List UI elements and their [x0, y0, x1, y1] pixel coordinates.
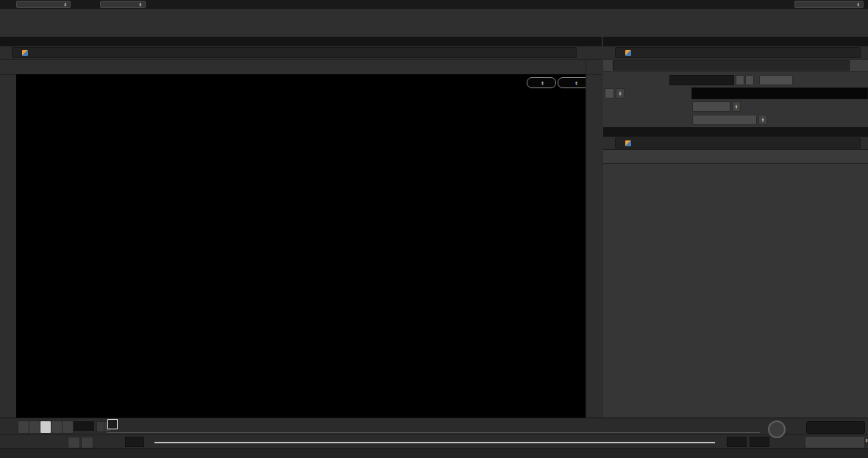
group-type-stepper[interactable] — [732, 101, 741, 112]
desktop-selector[interactable] — [16, 1, 71, 8]
wire-sphere-render — [16, 74, 586, 418]
viewport-right-toolbar — [586, 60, 602, 418]
playbar — [0, 418, 868, 435]
scene-viewport-pane — [0, 60, 602, 418]
delete-group-button[interactable] — [605, 88, 614, 99]
playback-range-bar — [0, 434, 868, 449]
shelf-left-tabs — [0, 9, 407, 18]
stepper-icon — [761, 118, 764, 122]
houdini-window — [0, 0, 868, 458]
pane-tabs-left — [0, 37, 602, 46]
range-slider-track[interactable] — [154, 442, 715, 443]
scene-selector[interactable] — [100, 1, 146, 8]
ruler-baseline — [107, 432, 760, 433]
group-name-input[interactable] — [691, 87, 868, 99]
range-end-field[interactable] — [727, 437, 747, 447]
network-editor-pane — [603, 127, 868, 418]
remove-range-button[interactable] — [745, 75, 754, 85]
play-reverse-button[interactable] — [29, 421, 40, 434]
range-step-back-button[interactable] — [68, 437, 80, 448]
viewport-canvas[interactable] — [16, 74, 586, 418]
stepper-icon — [735, 104, 738, 109]
pane-tabs-network — [603, 127, 868, 137]
geo-icon — [22, 50, 28, 56]
right-scene-selector[interactable] — [794, 1, 864, 8]
range-start-field[interactable] — [125, 437, 144, 447]
add-range-button[interactable] — [736, 75, 744, 85]
viewport-toolbar — [0, 60, 602, 75]
shelf-area — [0, 9, 868, 39]
persp-button[interactable] — [527, 77, 556, 88]
stepper-icon — [865, 438, 868, 443]
key-all-channels-button[interactable] — [805, 436, 865, 448]
param-path-bar — [603, 46, 868, 60]
node-name-field[interactable] — [613, 60, 850, 71]
geo-icon — [625, 140, 631, 146]
stepper-icon — [619, 91, 622, 96]
menu-bar — [0, 0, 868, 9]
frame-ruler[interactable] — [107, 418, 760, 435]
playhead[interactable] — [107, 419, 118, 429]
breadcrumb[interactable] — [615, 47, 861, 58]
dropdown-icon — [541, 81, 544, 85]
stepper-icon — [64, 2, 67, 7]
parameter-pane — [603, 60, 868, 128]
play-button[interactable] — [51, 421, 63, 434]
clear-button[interactable] — [759, 75, 793, 85]
stepper-icon — [139, 2, 142, 7]
dropdown-icon — [574, 81, 577, 85]
breadcrumb[interactable] — [615, 137, 861, 149]
keys-info-readout — [806, 421, 865, 434]
rewind-button[interactable] — [18, 421, 29, 434]
no-cam-button[interactable] — [558, 77, 586, 88]
set-key-button[interactable] — [768, 421, 786, 438]
ranges-input[interactable] — [669, 75, 734, 85]
current-frame-field[interactable] — [74, 421, 94, 431]
viewport-left-toolbar — [0, 74, 17, 418]
network-menu-bar — [603, 150, 868, 164]
breadcrumb[interactable] — [12, 47, 577, 58]
stepper-icon — [857, 2, 860, 7]
pane-tabs-right — [603, 37, 868, 46]
shelf-left-tools — [0, 18, 407, 38]
range-end-field-2[interactable] — [750, 437, 769, 447]
geo-icon — [625, 50, 631, 56]
fast-forward-button[interactable] — [62, 421, 74, 434]
node-wires — [603, 164, 868, 418]
reorder-stepper[interactable] — [616, 88, 625, 99]
merge-op-stepper[interactable] — [758, 115, 767, 125]
shelf-right-tabs — [408, 9, 868, 18]
network-path-bar — [603, 137, 868, 150]
shelf-right-tools — [408, 18, 868, 38]
network-graph[interactable] — [603, 164, 868, 418]
merge-op-dropdown[interactable] — [692, 115, 757, 125]
scene-path-bar — [0, 46, 602, 60]
range-step-forward-button[interactable] — [81, 437, 93, 448]
stop-button[interactable] — [40, 421, 51, 434]
parameter-header — [603, 60, 868, 72]
group-type-dropdown[interactable] — [692, 101, 730, 112]
status-bar — [0, 448, 868, 458]
